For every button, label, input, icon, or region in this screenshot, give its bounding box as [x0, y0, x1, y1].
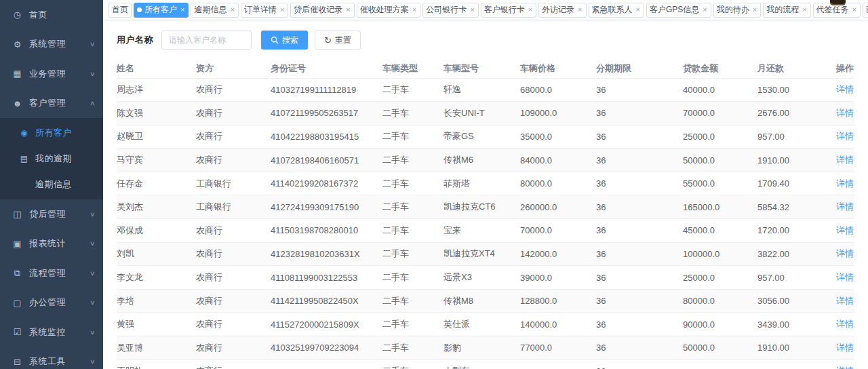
cell-name: 陈文强 [117, 102, 196, 125]
cell-vehicle_type: 二手车 [382, 149, 443, 172]
tab-close-icon[interactable]: × [702, 6, 707, 14]
cell-action: 详情 [836, 149, 854, 172]
tab[interactable]: 我的待办 × [713, 3, 761, 18]
tab[interactable]: 我的流程 × [763, 3, 810, 18]
cell-loan_amount: 165000.0 [683, 195, 757, 219]
detail-link[interactable]: 详情 [836, 319, 854, 329]
tab[interactable]: 催收处理方案 × [357, 3, 420, 18]
tab-close-icon[interactable]: × [180, 6, 185, 14]
tab[interactable]: 贷后催收记录 × [290, 3, 354, 18]
detail-link[interactable]: 详情 [836, 155, 854, 165]
cell-loan_amount: 45000.0 [683, 219, 757, 243]
tab[interactable]: 紧急联系人 × [589, 3, 644, 18]
sidebar-submenu: ◉ 所有客户 ▤ 我的逾期 逾期信息 [0, 118, 103, 199]
cell-vehicle_type: 二手车 [382, 219, 443, 243]
sidebar-item[interactable]: ▢ 办公管理 ∨ [0, 288, 103, 318]
cell-name: 吴亚博 [117, 336, 196, 360]
cell-term: 36 [596, 289, 683, 313]
detail-link[interactable]: 详情 [836, 366, 854, 369]
detail-link[interactable]: 详情 [836, 178, 854, 189]
cell-name: 王明礼 [117, 360, 196, 369]
cell-action: 详情 [836, 313, 854, 336]
cell-funder: 农商行 [196, 242, 271, 266]
sidebar-subitem[interactable]: ◉ 所有客户 [0, 120, 103, 146]
cell-id_number: 41142119950822450X [271, 289, 382, 313]
cell-monthly_payment: 3822.00 [757, 242, 836, 266]
sidebar-item-label: 客户管理 [29, 97, 90, 109]
tab[interactable]: 客户银行卡 × [481, 3, 536, 18]
chevron-icon: ∨ [90, 299, 96, 306]
sidebar-item[interactable]: ☻ 客户管理 ∧ [0, 89, 103, 119]
detail-link[interactable]: 详情 [836, 248, 854, 258]
tab-close-icon[interactable]: × [852, 6, 857, 14]
tab[interactable]: 客户GPS信息 × [646, 3, 711, 18]
chevron-icon: ∨ [90, 358, 96, 365]
sidebar-subitem-label: 所有客户 [35, 127, 95, 139]
sidebar-item[interactable]: ◫ 贷后管理 ∨ [0, 199, 103, 229]
sidebar-item-icon: ☑ [12, 327, 23, 337]
detail-link[interactable]: 详情 [836, 108, 854, 118]
cell-loan_amount: 25000.0 [683, 266, 757, 290]
tab[interactable]: 公司银行卡 × [422, 3, 478, 18]
cell-price: 35000.0 [520, 125, 596, 149]
sidebar-item-label: 业务管理 [29, 68, 90, 80]
tab[interactable]: 逾期信息 × [191, 3, 238, 18]
tab-close-icon[interactable]: × [635, 6, 641, 14]
tab-close-icon[interactable]: × [752, 6, 757, 14]
cell-action: 详情 [836, 336, 854, 360]
tab[interactable]: 所有客户 × [134, 3, 189, 18]
tab-close-icon[interactable]: × [412, 6, 417, 14]
sidebar-subitem[interactable]: 逾期信息 [0, 172, 103, 197]
search-input[interactable] [161, 31, 252, 50]
sidebar-subitem[interactable]: ▤ 我的逾期 [0, 146, 103, 172]
tab-label: 我的流程 [766, 4, 799, 16]
tab-close-icon[interactable]: × [345, 6, 351, 14]
cell-action: 详情 [836, 195, 854, 219]
cell-id_number: 411503198708280010 [271, 219, 382, 243]
cell-vehicle_model: 影豹 [443, 336, 520, 360]
detail-link[interactable]: 详情 [836, 131, 854, 141]
tab[interactable]: 已办任务 × [863, 3, 868, 18]
tab-close-icon[interactable]: × [528, 6, 533, 14]
avatar-cutoff[interactable] [830, 0, 846, 5]
detail-link[interactable]: 详情 [836, 296, 854, 306]
detail-link[interactable]: 详情 [836, 225, 854, 235]
tab[interactable]: 首页 [108, 3, 132, 18]
tab-close-icon[interactable]: × [279, 6, 285, 14]
cell-id_number: 410422198803195415 [271, 125, 382, 149]
sidebar-item[interactable]: ⚙ 系统管理 ∨ [0, 30, 103, 60]
detail-link[interactable]: 详情 [836, 343, 854, 353]
tab[interactable]: 订单详情 × [241, 3, 288, 18]
cell-monthly_payment: 1910.00 [757, 336, 836, 360]
cell-name: 李文龙 [117, 266, 196, 290]
sidebar-item[interactable]: ◷ 首页 [0, 0, 103, 30]
search-button[interactable]: 搜索 [261, 31, 308, 50]
table-row: 刘凯农商行41232819810203631X二手车凯迪拉克XT4142000.… [117, 242, 854, 266]
reset-button[interactable]: ↻ 重置 [315, 31, 361, 50]
cell-price: 84000.0 [520, 149, 596, 172]
sidebar-item[interactable]: ▣ 报表统计 ∨ [0, 229, 103, 259]
tab-close-icon[interactable]: × [577, 6, 583, 14]
cell-price: 68000.0 [520, 78, 596, 102]
cell-name: 周志洋 [117, 78, 196, 102]
sidebar-item[interactable]: ▦ 业务管理 ∨ [0, 59, 103, 89]
sidebar-item[interactable]: ⧉ 流程管理 ∨ [0, 258, 103, 288]
cell-price: 70000.0 [520, 219, 596, 243]
cell-monthly_payment: 3056.00 [757, 289, 836, 313]
tab-close-icon[interactable]: × [469, 6, 475, 14]
detail-link[interactable]: 详情 [836, 272, 854, 282]
tab-close-icon[interactable]: × [229, 6, 235, 14]
sidebar-item[interactable]: ⊟ 系统工具 ∨ [0, 347, 103, 369]
sidebar-item-label: 系统管理 [29, 38, 90, 50]
tab-close-icon[interactable]: × [802, 6, 807, 14]
cell-name: 赵晓卫 [117, 125, 196, 149]
cell-funder: 农商行 [196, 125, 271, 149]
detail-link[interactable]: 详情 [836, 201, 854, 212]
tab-label: 公司银行卡 [426, 4, 467, 16]
detail-link[interactable]: 详情 [836, 84, 854, 94]
cell-id_number: 410721199505263517 [271, 102, 382, 125]
cell-vehicle_type: 二手车 [382, 360, 443, 369]
cell-funder: 工商银行 [196, 195, 271, 219]
tab[interactable]: 外访记录 × [538, 3, 586, 18]
sidebar-item[interactable]: ☑ 系统监控 ∨ [0, 317, 103, 347]
